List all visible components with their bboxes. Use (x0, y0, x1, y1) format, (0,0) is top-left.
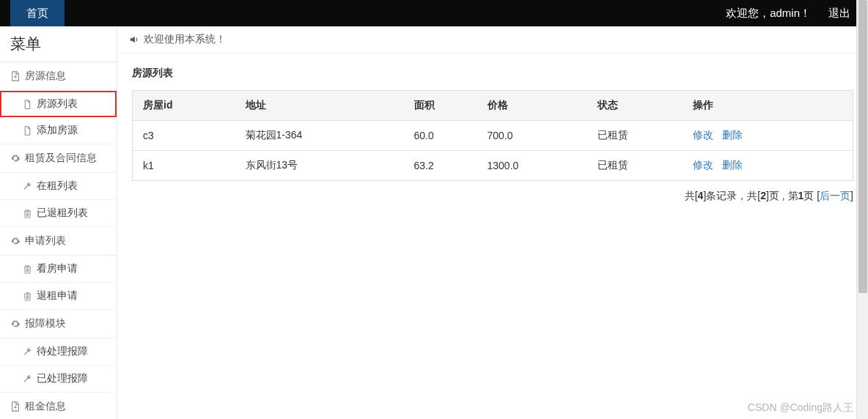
menu-group-label: 报障模块 (25, 317, 66, 330)
pg-t1: 共[ (685, 190, 698, 201)
logout-link[interactable]: 退出 (828, 7, 850, 21)
th-action: 操作 (683, 91, 853, 121)
pg-t3: ]页 , 第 (766, 190, 798, 201)
menu-item[interactable]: 已处理报障 (0, 366, 117, 393)
menu-item[interactable]: 已退租列表 (0, 200, 117, 227)
topbar-right: 欢迎您，admin！ 退出 (726, 7, 850, 21)
th-status: 状态 (587, 91, 683, 121)
menu-item[interactable]: 在租列表 (0, 173, 117, 200)
trash-icon (22, 208, 32, 218)
edit-link[interactable]: 修改 (693, 159, 713, 171)
sidebar-title: 菜单 (0, 26, 117, 62)
cell-area: 60.0 (404, 121, 477, 151)
th-price: 价格 (477, 91, 587, 121)
home-link[interactable]: 首页 (10, 0, 65, 26)
panel-title: 房源列表 (132, 67, 853, 80)
th-area: 面积 (404, 91, 477, 121)
menu-item[interactable]: 退租申请 (0, 283, 117, 310)
cell-actions: 修改删除 (683, 151, 853, 181)
table-header-row: 房屋id 地址 面积 价格 状态 操作 (133, 91, 853, 121)
cell-price: 1300.0 (477, 151, 587, 181)
table-row: c3 菊花园1-364 60.0 700.0 已租赁 修改删除 (133, 121, 853, 151)
cell-id: c3 (133, 121, 235, 151)
menu-group-label: 房源信息 (25, 70, 66, 83)
pagination: 共[4]条记录，共[2]页 , 第1页 [后一页] (132, 190, 853, 203)
wrench-icon (22, 181, 32, 191)
menu-item-label: 房源列表 (37, 97, 78, 111)
notice-text: 欢迎使用本系统！ (144, 33, 226, 46)
menu-group-label: 租金信息 (25, 400, 66, 413)
menu-item[interactable]: 看房申请 (0, 256, 117, 283)
menu-item-label: 已退租列表 (37, 207, 88, 220)
menu-item-label: 待处理报障 (37, 345, 88, 358)
menu-item-label: 添加房源 (37, 124, 78, 137)
menu-group[interactable]: 租金信息 (0, 393, 117, 419)
volume-icon (129, 34, 139, 45)
gear-icon (10, 153, 21, 163)
pg-t2: ]条记录，共[ (703, 190, 760, 201)
menu-item-label: 在租列表 (37, 179, 78, 193)
file-plus-icon (10, 71, 21, 81)
menu-group-label: 申请列表 (25, 234, 66, 248)
menu-group[interactable]: 报障模块 (0, 310, 117, 338)
table-row: k1 东风街13号 63.2 1300.0 已租赁 修改删除 (133, 151, 853, 181)
menu-item[interactable]: 待处理报障 (0, 338, 117, 366)
pg-t5: ] (850, 190, 853, 201)
delete-link[interactable]: 删除 (722, 159, 743, 171)
scrollbar[interactable] (856, 0, 868, 419)
cell-status: 已租赁 (587, 151, 683, 181)
sidebar-menu: 房源信息房源列表添加房源租赁及合同信息在租列表已退租列表申请列表看房申请退租申请… (0, 62, 117, 419)
menu-item[interactable]: 添加房源 (0, 117, 117, 144)
th-id: 房屋id (133, 91, 235, 121)
cell-price: 700.0 (477, 121, 587, 151)
cell-status: 已租赁 (587, 121, 683, 151)
menu-group[interactable]: 申请列表 (0, 227, 117, 256)
welcome-text: 欢迎您，admin！ (726, 7, 811, 21)
notice-bar: 欢迎使用本系统！ (117, 26, 868, 53)
menu-group[interactable]: 租赁及合同信息 (0, 144, 117, 173)
edit-link[interactable]: 修改 (693, 129, 713, 141)
cell-address: 东风街13号 (235, 151, 404, 181)
gear-icon (10, 319, 21, 329)
cell-address: 菊花园1-364 (235, 121, 404, 151)
menu-item-label: 已处理报障 (37, 372, 88, 385)
topbar-left: 首页 (0, 0, 65, 26)
th-address: 地址 (235, 91, 404, 121)
cell-area: 63.2 (404, 151, 477, 181)
housing-table: 房屋id 地址 面积 价格 状态 操作 c3 菊花园1-364 60.0 700… (132, 90, 853, 181)
pg-t4: 页 [ (803, 190, 820, 201)
menu-item[interactable]: 房源列表 (0, 91, 117, 117)
scrollbar-thumb[interactable] (858, 0, 867, 293)
cell-id: k1 (133, 151, 235, 181)
trash-icon (22, 264, 32, 274)
pg-total-pages: 2 (760, 190, 766, 201)
next-page-link[interactable]: 后一页 (820, 190, 850, 201)
document-icon (22, 99, 32, 109)
menu-item-label: 退租申请 (37, 289, 78, 303)
cell-actions: 修改删除 (683, 121, 853, 151)
delete-link[interactable]: 删除 (722, 129, 743, 141)
wrench-icon (22, 374, 32, 384)
topbar: 首页 欢迎您，admin！ 退出 (0, 0, 868, 26)
menu-item-label: 看房申请 (37, 262, 78, 275)
wrench-icon (22, 346, 32, 357)
gear-icon (10, 236, 21, 246)
menu-group[interactable]: 房源信息 (0, 62, 117, 91)
document-icon (22, 125, 32, 136)
trash-icon (22, 291, 32, 301)
main-content: 欢迎使用本系统！ 房源列表 房屋id 地址 面积 价格 状态 操作 c3 菊花园… (117, 26, 868, 419)
menu-group-label: 租赁及合同信息 (25, 152, 97, 165)
sidebar: 菜单 房源信息房源列表添加房源租赁及合同信息在租列表已退租列表申请列表看房申请退… (0, 26, 117, 419)
file-plus-icon (10, 401, 21, 412)
